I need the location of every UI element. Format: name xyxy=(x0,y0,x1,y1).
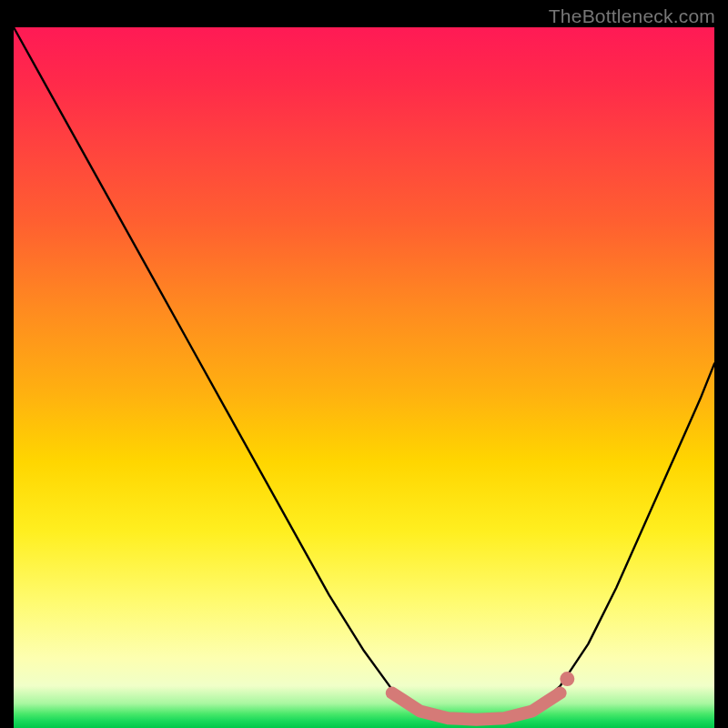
highlight-end-marker xyxy=(560,672,574,686)
bottleneck-curve-path xyxy=(14,27,714,721)
curve-layer xyxy=(14,27,714,728)
chart-frame xyxy=(14,27,714,728)
attribution-text: TheBottleneck.com xyxy=(549,5,715,27)
plot-area xyxy=(14,27,714,728)
highlight-zone-path xyxy=(392,693,561,720)
